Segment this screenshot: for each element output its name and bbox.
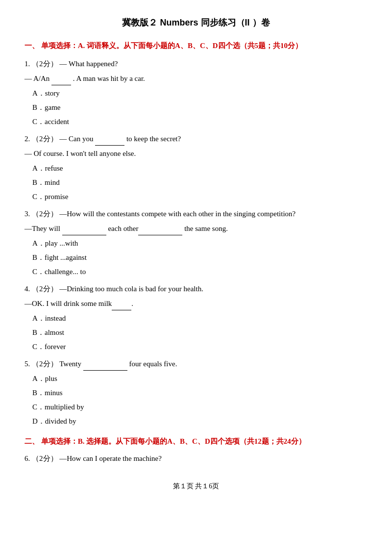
q2-stem: — Can you to keep the secret?: [59, 135, 181, 143]
q3-score: （2分）: [32, 210, 58, 218]
q6-stem-line: 6. （2分） —How can I operate the machine?: [24, 452, 368, 465]
q2-score: （2分）: [32, 135, 58, 143]
page-footer: 第１页 共１6页: [24, 480, 368, 492]
q3-optionB: B．fight ...against: [32, 251, 368, 264]
q4-optionA: A．instead: [32, 312, 368, 325]
q1-stem-line: 1. （2分） — What happened?: [24, 57, 368, 71]
question-6: 6. （2分） —How can I operate the machine?: [24, 452, 368, 465]
question-2: 2. （2分） — Can you to keep the secret? — …: [24, 132, 368, 203]
q2-optionC: C．promise: [32, 190, 368, 203]
q1-optionA: A．story: [32, 87, 368, 100]
q2-optionA: A．refuse: [32, 162, 368, 175]
q2-optionB: B．mind: [32, 176, 368, 189]
q3-optionA: A．play ...with: [32, 237, 368, 250]
q6-number: 6.: [24, 454, 30, 462]
q1-score: （2分）: [32, 60, 58, 68]
q1-optionC: C．accident: [32, 115, 368, 128]
q5-stem-line: 5. （2分） Twenty four equals five.: [24, 357, 368, 371]
q3-stem2: —They will each other the same song.: [24, 222, 368, 235]
q3-number: 3.: [24, 210, 30, 218]
q5-optionB: B．minus: [32, 386, 368, 400]
q3-stem: —How will the contestants compete with e…: [59, 210, 295, 218]
q5-optionC: C．multiplied by: [32, 401, 368, 414]
q5-stem: Twenty four equals five.: [59, 360, 177, 368]
q1-optionB: B．game: [32, 101, 368, 114]
q5-optionA: A．plus: [32, 372, 368, 385]
question-3: 3. （2分） —How will the contestants compet…: [24, 207, 368, 278]
q4-stem: —Drinking too much cola is bad for your …: [59, 285, 203, 293]
question-1: 1. （2分） — What happened? — A/An . A man …: [24, 57, 368, 128]
section2-header: 二、 单项选择：B. 选择题。从下面每小题的A、B、C、D四个选项（共12题；共…: [24, 435, 368, 448]
question-5: 5. （2分） Twenty four equals five. A．plus …: [24, 357, 368, 428]
q1-stem: — What happened?: [59, 60, 118, 68]
q3-stem-line: 3. （2分） —How will the contestants compet…: [24, 207, 368, 221]
q1-stem2: — A/An . A man was hit by a car.: [24, 72, 368, 85]
q4-optionC: C．forever: [32, 340, 368, 353]
q5-number: 5.: [24, 360, 30, 368]
q3-optionC: C．challenge... to: [32, 265, 368, 278]
q5-score: （2分）: [32, 360, 58, 368]
q4-stem2: —OK. I will drink some milk.: [24, 297, 368, 310]
page-title: 冀教版２ Numbers 同步练习（II ）卷: [24, 15, 368, 30]
question-4: 4. （2分） —Drinking too much cola is bad f…: [24, 282, 368, 353]
section1-header: 一、 单项选择：A. 词语释义。从下面每小题的A、B、C、D四个选（共5题；共1…: [24, 39, 368, 52]
q5-optionD: D．divided by: [32, 415, 368, 428]
q4-score: （2分）: [32, 285, 58, 293]
q2-stem2: — Of course. I won't tell anyone else.: [24, 147, 368, 160]
q4-number: 4.: [24, 285, 30, 293]
q4-stem-line: 4. （2分） —Drinking too much cola is bad f…: [24, 282, 368, 296]
q1-number: 1.: [24, 60, 30, 68]
q6-score: （2分）: [32, 454, 58, 462]
q2-number: 2.: [24, 135, 30, 143]
q2-stem-line: 2. （2分） — Can you to keep the secret?: [24, 132, 368, 146]
q4-optionB: B．almost: [32, 326, 368, 339]
q6-stem: —How can I operate the machine?: [59, 454, 162, 462]
